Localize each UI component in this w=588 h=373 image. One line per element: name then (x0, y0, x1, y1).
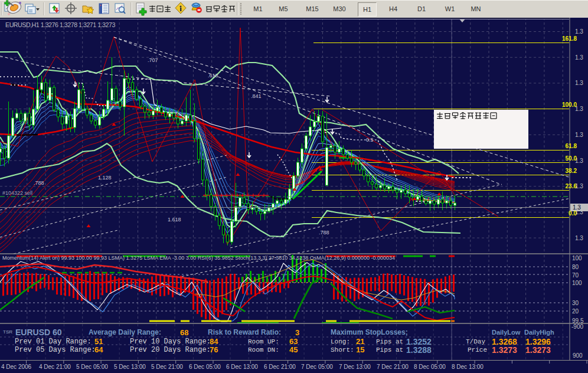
svg-text:Prev 05 Days Range:: Prev 05 Days Range: (15, 346, 96, 354)
svg-text:Room UP:: Room UP: (248, 338, 279, 345)
svg-text:Price: Price (468, 346, 487, 354)
svg-text:30: 30 (572, 300, 579, 306)
svg-text:8 Dec 13:00: 8 Dec 13:00 (452, 364, 484, 370)
svg-text:7 Dec 21:00: 7 Dec 21:00 (377, 364, 409, 370)
svg-text:76: 76 (210, 345, 218, 354)
svg-text:EURUSD 60: EURUSD 60 (15, 328, 62, 337)
svg-text:Maximum StopLosses;: Maximum StopLosses; (331, 328, 408, 336)
svg-text:1.3: 1.3 (575, 28, 583, 35)
svg-text:Prev 01 Day Range:: Prev 01 Day Range: (15, 338, 92, 346)
svg-text:Short:: Short: (331, 346, 354, 354)
svg-text:7 Dec 13:00: 7 Dec 13:00 (339, 364, 371, 370)
svg-text:1.3273: 1.3273 (492, 345, 517, 355)
svg-text:64: 64 (94, 345, 103, 354)
svg-text:7 Dec 05:00: 7 Dec 05:00 (301, 364, 333, 370)
svg-text:70: 70 (572, 272, 579, 279)
svg-text:21: 21 (356, 337, 364, 346)
svg-text:#104322 sell: #104322 sell (2, 190, 32, 196)
svg-text:Long:: Long: (331, 338, 350, 345)
svg-text:T/Day: T/Day (466, 338, 485, 345)
svg-text:63: 63 (289, 337, 298, 346)
svg-text:.841: .841 (251, 93, 262, 99)
svg-text:Pips at: Pips at (376, 338, 403, 345)
svg-text:-900: -900 (571, 323, 583, 330)
svg-text:1.3: 1.3 (575, 80, 583, 86)
svg-text:.788: .788 (34, 180, 44, 186)
svg-text:68: 68 (180, 328, 188, 337)
svg-text:38.2: 38.2 (566, 168, 577, 174)
svg-text:8 Dec 05:00: 8 Dec 05:00 (414, 364, 446, 370)
svg-text:.618: .618 (208, 73, 218, 78)
svg-text:6 Dec 13:00: 6 Dec 13:00 (226, 364, 258, 370)
svg-text:50.0: 50.0 (566, 155, 577, 162)
svg-text:1.3273: 1.3273 (525, 345, 551, 355)
svg-text:6 Dec 21:00: 6 Dec 21:00 (264, 364, 296, 370)
svg-text:5 Dec 21:00: 5 Dec 21:00 (151, 364, 183, 370)
svg-text:84: 84 (210, 337, 218, 346)
svg-text:0.0: 0.0 (569, 210, 577, 217)
svg-text:4 Dec 2006: 4 Dec 2006 (1, 364, 32, 370)
svg-text:3: 3 (295, 328, 299, 337)
svg-text:1.3288: 1.3288 (406, 345, 432, 355)
svg-text:1.3: 1.3 (575, 54, 583, 61)
svg-text:DailyLow: DailyLow (492, 329, 521, 336)
svg-text:1.3: 1.3 (575, 235, 583, 241)
svg-text:161.8: 161.8 (562, 35, 577, 42)
svg-text:23.6: 23.6 (566, 183, 577, 189)
svg-text:.707: .707 (148, 57, 158, 63)
svg-text:6 Dec 05:00: 6 Dec 05:00 (189, 364, 221, 370)
svg-text:DailyHigh: DailyHigh (524, 329, 554, 336)
svg-text:EURUSD,H1 1.3276 1.3278 1.327: EURUSD,H1 1.3276 1.3278 1.3271 1.3273 (5, 21, 115, 28)
svg-text:20: 20 (572, 308, 579, 315)
svg-text:Prev 10 Days Range:: Prev 10 Days Range: (130, 338, 211, 346)
svg-text:5 Dec 05:00: 5 Dec 05:00 (76, 364, 108, 370)
svg-text:Prev 20 Days Range:: Prev 20 Days Range: (130, 346, 211, 354)
svg-text:4 Dec 21:00: 4 Dec 21:00 (39, 364, 71, 370)
svg-text:1.618: 1.618 (168, 217, 181, 223)
svg-text:5 Dec 13:00: 5 Dec 13:00 (114, 364, 146, 370)
svg-text:Momentum(14) Alert on) 99.93 1: Momentum(14) Alert on) 99.93 100.00 99.9… (2, 255, 395, 261)
svg-text:Pips at: Pips at (376, 346, 403, 354)
svg-text:Average Daily Range:: Average Daily Range: (89, 328, 161, 336)
svg-text:100: 100 (572, 255, 582, 261)
svg-text:TSR: TSR (3, 329, 12, 335)
svg-text:900: 900 (573, 352, 583, 359)
svg-text:61.8: 61.8 (566, 143, 577, 149)
svg-text:80: 80 (572, 264, 579, 270)
svg-text:Risk to Reward Ratio:: Risk to Reward Ratio: (208, 328, 281, 336)
svg-text:1.128: 1.128 (98, 175, 112, 181)
svg-text:0.5: 0.5 (366, 137, 374, 143)
svg-text:100.0: 100.0 (562, 102, 577, 108)
svg-text:15: 15 (356, 345, 364, 354)
svg-text:Room DN:: Room DN: (248, 346, 279, 354)
svg-text:1.3: 1.3 (575, 132, 583, 138)
svg-text:.788: .788 (319, 230, 329, 235)
svg-text:100: 100 (572, 280, 582, 286)
svg-text:51: 51 (94, 337, 103, 346)
svg-text:45: 45 (289, 345, 298, 354)
